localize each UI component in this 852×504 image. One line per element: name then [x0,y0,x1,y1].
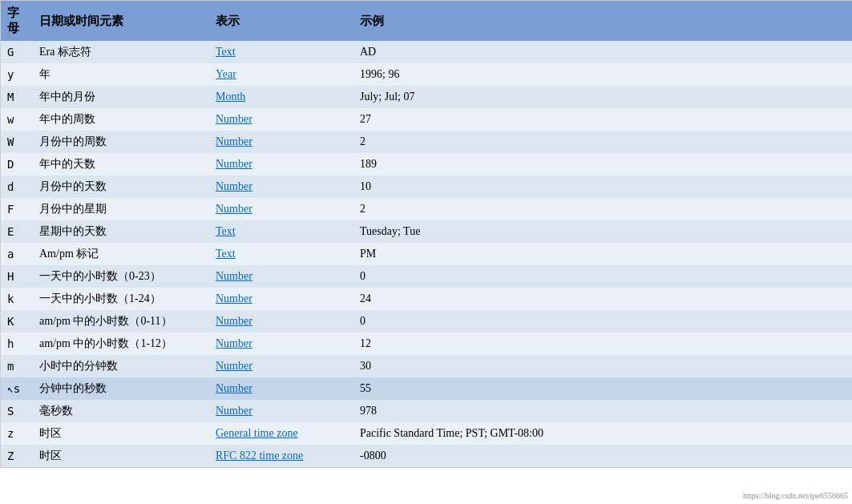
cell-repr[interactable]: Number [209,175,353,198]
repr-link[interactable]: Text [216,46,236,58]
cell-example: 12 [353,333,852,355]
cell-letter: h [1,333,33,355]
cell-letter: D [1,153,33,175]
cell-element: am/pm 中的小时数（0-11） [33,310,209,333]
repr-link[interactable]: Number [216,315,252,327]
table-row: Z时区RFC 822 time zone-0800 [1,445,852,467]
repr-link[interactable]: Number [216,360,252,372]
cell-repr[interactable]: Year [209,63,353,86]
cell-repr[interactable]: Number [209,333,353,355]
cell-element: 月份中的周数 [33,131,209,153]
cell-repr[interactable]: Number [209,288,353,310]
cell-repr[interactable]: Month [209,86,353,108]
table-row: ham/pm 中的小时数（1-12）Number12 [1,333,852,355]
cell-letter: m [1,355,33,377]
cell-repr[interactable]: Number [209,131,353,153]
repr-link[interactable]: Number [216,337,252,349]
cell-repr[interactable]: Number [209,310,353,333]
cell-element: 分钟中的秒数 [33,377,209,400]
table-row: H一天中的小时数（0-23）Number0 [1,265,852,288]
cell-element: 时区 [33,422,209,445]
cell-element: 月份中的天数 [33,175,209,198]
cell-repr[interactable]: Number [209,377,353,400]
cell-repr[interactable]: Text [209,220,353,243]
table-row: m小时中的分钟数Number30 [1,355,852,377]
repr-link[interactable]: RFC 822 time zone [216,450,303,462]
repr-link[interactable]: Month [216,91,245,103]
cell-letter: H [1,265,33,288]
cell-example: 24 [353,288,852,310]
header-letter: 字母 [1,1,33,41]
cell-letter: G [1,41,33,63]
cell-example: 978 [353,400,852,422]
table-row: W月份中的周数Number2 [1,131,852,153]
cell-letter: k [1,288,33,310]
cell-letter: E [1,220,33,243]
repr-link[interactable]: Number [216,180,252,192]
cell-element: Era 标志符 [33,41,209,63]
cell-element: 年中的天数 [33,153,209,175]
cell-example: Pacific Standard Time; PST; GMT-08:00 [353,422,852,445]
table-row: ↖s分钟中的秒数Number55 [1,377,852,400]
table-row: GEra 标志符TextAD [1,41,852,63]
table-row: D年中的天数Number189 [1,153,852,175]
cell-element: am/pm 中的小时数（1-12） [33,333,209,355]
cell-letter: S [1,400,33,422]
cell-example: Tuesday; Tue [353,220,852,243]
cell-repr[interactable]: Number [209,400,353,422]
cell-element: 小时中的分钟数 [33,355,209,377]
repr-link[interactable]: General time zone [216,427,298,439]
cell-letter: a [1,243,33,265]
cell-letter: d [1,175,33,198]
cell-example: 27 [353,108,852,131]
main-table-container: 字母 日期或时间元素 表示 示例 GEra 标志符TextADy年Year199… [0,0,852,468]
cell-example: 30 [353,355,852,377]
cell-repr[interactable]: Number [209,355,353,377]
cell-example: 0 [353,265,852,288]
repr-link[interactable]: Number [216,158,252,170]
cell-example: PM [353,243,852,265]
table-row: F月份中的星期Number2 [1,198,852,220]
cell-letter: M [1,86,33,108]
cell-example: 2 [353,198,852,220]
repr-link[interactable]: Text [216,225,236,237]
cell-example: AD [353,41,852,63]
table-row: k一天中的小时数（1-24）Number24 [1,288,852,310]
table-row: E星期中的天数TextTuesday; Tue [1,220,852,243]
table-row: z时区General time zonePacific Standard Tim… [1,422,852,445]
repr-link[interactable]: Number [216,113,252,125]
watermark: https://blog.csdn.net/qw6556665 [743,491,848,500]
cell-repr[interactable]: Number [209,265,353,288]
date-format-table: 字母 日期或时间元素 表示 示例 GEra 标志符TextADy年Year199… [1,1,852,467]
table-row: d月份中的天数Number10 [1,175,852,198]
cell-element: 一天中的小时数（0-23） [33,265,209,288]
repr-link[interactable]: Number [216,135,252,147]
cell-element: 月份中的星期 [33,198,209,220]
cell-element: 一天中的小时数（1-24） [33,288,209,310]
cell-repr[interactable]: Text [209,41,353,63]
repr-link[interactable]: Text [216,248,236,260]
repr-link[interactable]: Number [216,270,252,282]
cell-example: July; Jul; 07 [353,86,852,108]
repr-link[interactable]: Number [216,405,252,417]
table-header-row: 字母 日期或时间元素 表示 示例 [1,1,852,41]
repr-link[interactable]: Number [216,203,252,215]
cell-element: 年中的周数 [33,108,209,131]
cell-repr[interactable]: General time zone [209,422,353,445]
table-row: y年Year1996; 96 [1,63,852,86]
cell-letter: K [1,310,33,333]
table-row: S毫秒数Number978 [1,400,852,422]
cell-repr[interactable]: Text [209,243,353,265]
cell-repr[interactable]: Number [209,108,353,131]
cell-repr[interactable]: RFC 822 time zone [209,445,353,467]
cell-element: 毫秒数 [33,400,209,422]
repr-link[interactable]: Number [216,292,252,304]
cell-letter: z [1,422,33,445]
cell-letter: W [1,131,33,153]
header-element: 日期或时间元素 [33,1,209,41]
repr-link[interactable]: Year [216,68,236,80]
cell-element: 星期中的天数 [33,220,209,243]
cell-repr[interactable]: Number [209,198,353,220]
cell-repr[interactable]: Number [209,153,353,175]
repr-link[interactable]: Number [216,382,252,394]
